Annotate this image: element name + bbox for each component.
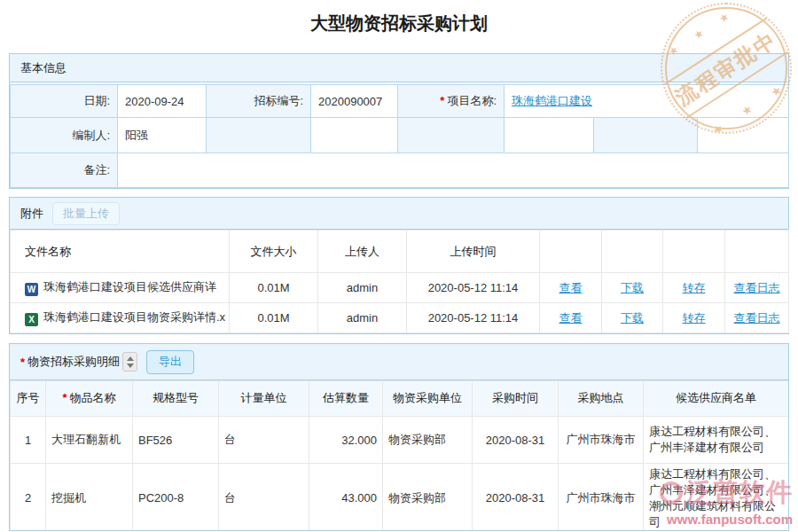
view-log-link[interactable]: 查看日志 xyxy=(734,281,780,294)
view-link[interactable]: 查看 xyxy=(559,281,583,294)
view-log-link[interactable]: 查看日志 xyxy=(734,311,780,325)
col-file-name: 文件名称 xyxy=(11,231,230,273)
basic-info-title: 基本信息 xyxy=(20,60,66,76)
file-uploader: admin xyxy=(318,273,407,303)
view-link[interactable]: 查看 xyxy=(559,311,583,325)
empty-value-cell xyxy=(311,118,398,153)
col-purchase-time: 采购时间 xyxy=(473,381,559,417)
remark-value xyxy=(118,153,789,188)
detail-title: 物资招标采购明细 xyxy=(27,354,120,370)
word-file-icon: W xyxy=(25,283,38,296)
col-action-empty xyxy=(663,231,725,273)
creator-value: 阳强 xyxy=(118,118,207,153)
purchase-unit: 物资采购部 xyxy=(383,464,473,532)
attachments-section: 附件 批量上传 文件名称 文件大小 上传人 上传时间 W珠海鹤港口建设项目候选供… xyxy=(9,197,789,334)
bid-no-label: 招标编号: xyxy=(207,85,311,118)
spec: BF526 xyxy=(133,417,219,464)
empty-label-cell xyxy=(398,118,505,153)
creator-label: 编制人: xyxy=(11,118,118,153)
purchase-place: 广州市珠海市 xyxy=(559,417,644,464)
item-name: 大理石翻新机 xyxy=(46,417,133,464)
seq: 1 xyxy=(11,417,46,464)
date-value: 2020-09-24 xyxy=(118,85,207,118)
attachment-row: W珠海鹤港口建设项目候选供应商详 0.01M admin 2020-05-12 … xyxy=(11,273,789,303)
required-marker: * xyxy=(440,94,444,107)
remark-label: 备注: xyxy=(11,153,118,188)
basic-info-header: 基本信息 xyxy=(10,54,788,82)
col-spec: 规格型号 xyxy=(133,381,219,417)
attachments-title: 附件 xyxy=(20,206,43,222)
export-button[interactable]: 导出 xyxy=(146,350,194,374)
col-action-empty xyxy=(725,231,789,273)
unit: 台 xyxy=(219,417,309,464)
download-link[interactable]: 下载 xyxy=(621,311,644,325)
detail-section: * 物资招标采购明细 导出 序号 *物品名称 规格型号 计量单位 估算数量 物资… xyxy=(9,343,789,531)
purchase-time: 2020-08-31 xyxy=(473,417,559,464)
file-size: 0.01M xyxy=(230,273,318,303)
project-name-cell: 珠海鹤港口建设 xyxy=(505,85,789,118)
empty-label-cell xyxy=(594,118,698,153)
col-purchase-unit: 物资采购单位 xyxy=(383,381,473,417)
attachment-row: X珠海鹤港口建设项目物资采购详情.x 0.01M admin 2020-05-1… xyxy=(11,303,789,333)
file-upload-time: 2020-05-12 11:14 xyxy=(407,273,540,303)
file-size: 0.01M xyxy=(230,303,318,333)
col-seq: 序号 xyxy=(11,381,46,417)
qty: 32.000 xyxy=(309,417,383,464)
save-as-link[interactable]: 转存 xyxy=(683,311,706,325)
save-as-link[interactable]: 转存 xyxy=(683,281,706,294)
seq: 2 xyxy=(11,464,46,532)
purchase-place: 广州市珠海市 xyxy=(559,464,644,532)
file-upload-time: 2020-05-12 11:14 xyxy=(407,303,540,333)
empty-value-cell xyxy=(505,118,594,153)
download-link[interactable]: 下载 xyxy=(621,281,644,294)
batch-upload-button[interactable]: 批量上传 xyxy=(52,202,120,225)
detail-table: 序号 *物品名称 规格型号 计量单位 估算数量 物资采购单位 采购时间 采购地点… xyxy=(10,380,789,531)
basic-info-section: 基本信息 日期: 2020-09-24 招标编号: 2020090007 *项目… xyxy=(9,53,789,189)
col-uploader: 上传人 xyxy=(318,231,407,273)
col-purchase-place: 采购地点 xyxy=(559,381,644,417)
unit: 台 xyxy=(219,464,309,532)
col-item-name: *物品名称 xyxy=(46,381,133,417)
col-action-empty xyxy=(540,231,602,273)
bid-no-value: 2020090007 xyxy=(311,85,398,118)
col-upload-time: 上传时间 xyxy=(407,231,540,273)
required-marker: * xyxy=(20,356,25,369)
file-uploader: admin xyxy=(318,303,407,333)
date-label: 日期: xyxy=(11,85,118,118)
empty-value-cell xyxy=(698,118,789,153)
page-title: 大型物资招标采购计划 xyxy=(0,0,798,35)
qty: 43.000 xyxy=(309,464,383,532)
required-marker: * xyxy=(62,391,66,404)
attachments-table: 文件名称 文件大小 上传人 上传时间 W珠海鹤港口建设项目候选供应商详 0.01… xyxy=(10,230,789,333)
purchase-unit: 物资采购部 xyxy=(383,417,473,464)
empty-label-cell xyxy=(207,118,311,153)
detail-row: 1 大理石翻新机 BF526 台 32.000 物资采购部 2020-08-31… xyxy=(11,417,789,464)
purchase-time: 2020-08-31 xyxy=(473,464,559,532)
file-name-cell: X珠海鹤港口建设项目物资采购详情.x xyxy=(11,303,230,333)
project-name-link[interactable]: 珠海鹤港口建设 xyxy=(512,94,592,107)
project-name-label: *项目名称: xyxy=(398,85,505,118)
item-name: 挖掘机 xyxy=(46,464,133,532)
col-file-size: 文件大小 xyxy=(230,231,318,273)
spec: PC200-8 xyxy=(133,464,219,532)
file-name-cell: W珠海鹤港口建设项目候选供应商详 xyxy=(11,273,230,303)
col-qty: 估算数量 xyxy=(309,381,383,417)
suppliers: 康达工程材料有限公司、广州丰泽建材有限公司 xyxy=(644,417,789,464)
detail-header: * 物资招标采购明细 导出 xyxy=(10,344,788,380)
detail-row: 2 挖掘机 PC200-8 台 43.000 物资采购部 2020-08-31 … xyxy=(11,464,789,532)
excel-file-icon: X xyxy=(25,313,38,326)
basic-info-table: 日期: 2020-09-24 招标编号: 2020090007 *项目名称: 珠… xyxy=(10,84,789,188)
col-action-empty xyxy=(602,231,663,273)
suppliers: 康达工程材料有限公司、广州丰泽建材有限公司、潮州元顺建筑材料有限公司 xyxy=(644,464,789,532)
col-suppliers: 候选供应商名单 xyxy=(644,381,789,417)
col-unit: 计量单位 xyxy=(219,381,309,417)
sort-spinner-icon[interactable] xyxy=(122,352,137,372)
attachments-header: 附件 批量上传 xyxy=(10,198,788,230)
